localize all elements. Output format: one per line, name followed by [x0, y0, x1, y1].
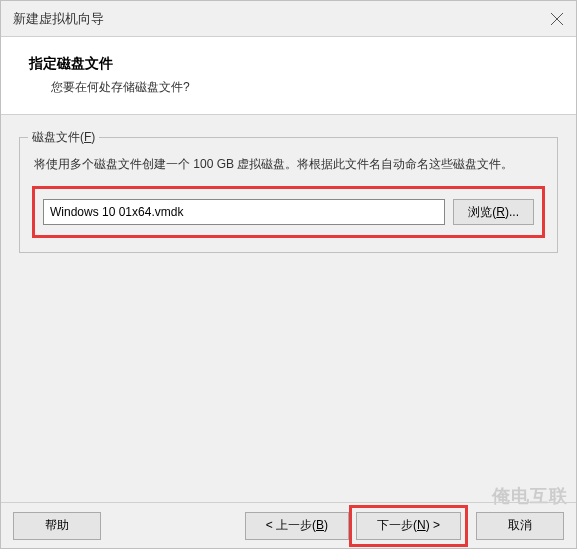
wizard-header: 指定磁盘文件 您要在何处存储磁盘文件? [1, 37, 576, 115]
header-title: 指定磁盘文件 [29, 55, 556, 73]
footer-right: < 上一步(B) 下一步(N) > 取消 [245, 505, 564, 547]
back-button[interactable]: < 上一步(B) [245, 512, 349, 540]
browse-button[interactable]: 浏览(R)... [453, 199, 534, 225]
footer-left: 帮助 [13, 512, 101, 540]
header-subtitle: 您要在何处存储磁盘文件? [51, 79, 556, 96]
cancel-button[interactable]: 取消 [476, 512, 564, 540]
close-icon[interactable] [550, 12, 564, 26]
next-highlight-box: 下一步(N) > [349, 505, 468, 547]
content-area: 磁盘文件(F) 将使用多个磁盘文件创建一个 100 GB 虚拟磁盘。将根据此文件… [1, 115, 576, 263]
input-highlight-box: 浏览(R)... [32, 186, 545, 238]
help-button[interactable]: 帮助 [13, 512, 101, 540]
disk-file-input[interactable] [43, 199, 445, 225]
next-button[interactable]: 下一步(N) > [356, 512, 461, 540]
disk-file-fieldset: 磁盘文件(F) 将使用多个磁盘文件创建一个 100 GB 虚拟磁盘。将根据此文件… [19, 137, 558, 253]
wizard-window: 新建虚拟机向导 指定磁盘文件 您要在何处存储磁盘文件? 磁盘文件(F) 将使用多… [0, 0, 577, 549]
fieldset-description: 将使用多个磁盘文件创建一个 100 GB 虚拟磁盘。将根据此文件名自动命名这些磁… [32, 152, 545, 174]
window-title: 新建虚拟机向导 [13, 10, 104, 28]
fieldset-legend: 磁盘文件(F) [28, 129, 99, 146]
footer: 帮助 < 上一步(B) 下一步(N) > 取消 [1, 502, 576, 548]
titlebar: 新建虚拟机向导 [1, 1, 576, 37]
